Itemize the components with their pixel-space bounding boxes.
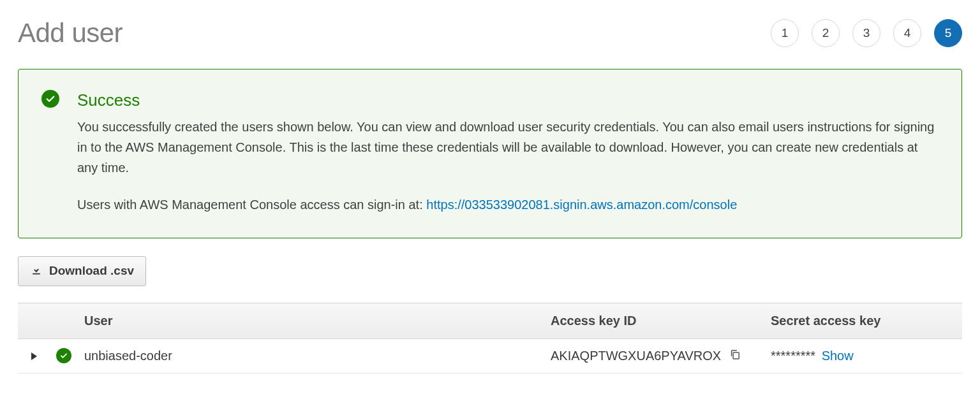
wizard-step-3[interactable]: 3 xyxy=(852,19,880,47)
alert-body-2-prefix: Users with AWS Management Console access… xyxy=(77,198,426,212)
row-success-check-icon xyxy=(56,348,71,363)
col-header-user: User xyxy=(78,303,544,338)
wizard-steps: 1 2 3 4 5 xyxy=(771,19,962,47)
col-header-access-key-id: Access key ID xyxy=(544,303,764,338)
success-alert: Success You successfully created the use… xyxy=(18,69,962,238)
signin-url-link[interactable]: https://033533902081.signin.aws.amazon.c… xyxy=(426,198,737,212)
col-header-status xyxy=(50,303,78,338)
copy-access-key-icon[interactable] xyxy=(729,348,741,364)
access-key-id-value: AKIAQPTWGXUA6PYAVROX xyxy=(551,349,721,363)
wizard-step-4[interactable]: 4 xyxy=(893,19,921,47)
page-title: Add user xyxy=(18,18,122,48)
download-csv-button[interactable]: Download .csv xyxy=(18,256,146,286)
col-header-expand xyxy=(18,303,50,338)
wizard-step-2[interactable]: 2 xyxy=(812,19,840,47)
download-icon xyxy=(30,263,43,279)
expand-row-icon[interactable] xyxy=(31,352,37,360)
alert-title: Success xyxy=(77,87,939,114)
table-row: unbiased-coder AKIAQPTWGXUA6PYAVROX ****… xyxy=(18,338,962,373)
download-csv-label: Download .csv xyxy=(49,264,134,278)
show-secret-link[interactable]: Show xyxy=(822,349,854,363)
success-check-icon xyxy=(41,90,59,108)
col-header-secret: Secret access key xyxy=(764,303,962,338)
secret-masked-value: ********* xyxy=(771,349,815,363)
svg-rect-0 xyxy=(733,352,739,359)
alert-body-1: You successfully created the users shown… xyxy=(77,117,939,178)
user-cell: unbiased-coder xyxy=(78,338,544,373)
credentials-table: User Access key ID Secret access key unb… xyxy=(18,303,962,373)
wizard-step-5[interactable]: 5 xyxy=(934,19,962,47)
wizard-step-1[interactable]: 1 xyxy=(771,19,799,47)
